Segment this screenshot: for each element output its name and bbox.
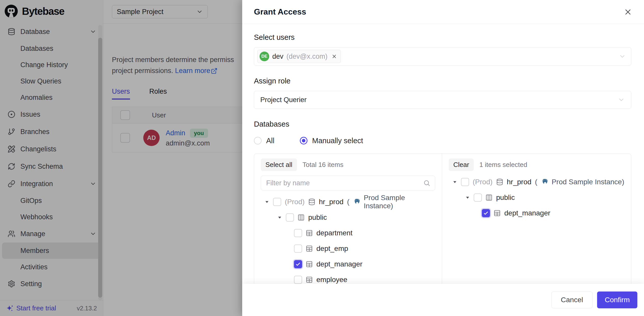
filter-field (261, 176, 435, 190)
caret-down-icon[interactable] (452, 179, 457, 185)
checkmark-icon (295, 261, 301, 267)
clear-button[interactable]: Clear (449, 159, 474, 171)
remove-chip-icon[interactable] (331, 54, 337, 59)
db-name: hr_prod (507, 178, 532, 186)
instance-name: Prod Sample Instance) (364, 194, 435, 210)
user-chip: DE dev (dev@x.com) (257, 50, 341, 63)
schema-name: public (308, 213, 327, 222)
instance-name: Prod Sample Instance) (552, 178, 624, 186)
postgresql-elephant-icon (353, 198, 360, 205)
database-icon (496, 178, 503, 186)
tree-row-table-selected[interactable]: dept_manager (261, 256, 435, 272)
checkmark-icon (483, 210, 489, 216)
radio-circle-selected[interactable] (300, 137, 307, 144)
radio-all[interactable]: All (254, 137, 274, 145)
tree-row-database[interactable]: (Prod) hr_prod ( Prod Sample Instance) (449, 174, 624, 190)
table-icon (306, 276, 313, 283)
radio-label: All (266, 137, 274, 145)
cancel-button[interactable]: Cancel (551, 291, 593, 308)
postgresql-elephant-icon (541, 178, 548, 186)
table-name: employee (316, 276, 347, 284)
checkbox[interactable] (286, 213, 294, 222)
table-icon (306, 245, 313, 252)
chip-email: (dev@x.com) (287, 53, 328, 60)
checkbox[interactable] (273, 198, 281, 206)
table-name: dept_emp (316, 245, 348, 253)
env-tag: (Prod) (285, 198, 305, 206)
radio-circle[interactable] (254, 137, 262, 144)
caret-down-icon[interactable] (465, 195, 470, 200)
database-icon (308, 198, 315, 205)
drawer-header: Grant Access (242, 0, 644, 24)
table-name: dept_manager (316, 260, 363, 268)
checkbox[interactable] (294, 276, 302, 284)
drawer-footer: Cancel Confirm (242, 284, 644, 316)
confirm-button[interactable]: Confirm (597, 291, 637, 308)
users-multiselect[interactable]: DE dev (dev@x.com) (254, 47, 631, 66)
checkbox-checked[interactable] (482, 209, 490, 217)
tree-row-schema[interactable]: public (261, 210, 435, 225)
select-all-button[interactable]: Select all (261, 159, 297, 171)
avatar: DE (260, 52, 269, 61)
grant-access-drawer: Grant Access Select users DE dev (dev@x.… (242, 0, 644, 316)
checkbox[interactable] (474, 193, 482, 202)
close-icon[interactable] (624, 8, 632, 16)
tree-row-table[interactable]: dept_emp (261, 241, 435, 256)
radio-manually-select[interactable]: Manually select (300, 137, 363, 145)
table-icon (306, 261, 313, 268)
tree-row-schema[interactable]: public (449, 190, 624, 205)
transfer-selected-pane: Clear 1 items selected (Prod) hr_prod ( (442, 154, 631, 284)
selected-count-label: 1 items selected (479, 161, 527, 169)
caret-down-icon[interactable] (264, 199, 269, 204)
radio-label: Manually select (312, 137, 363, 145)
instance-paren: ( (347, 198, 349, 206)
select-users-label: Select users (254, 33, 631, 42)
filter-input[interactable] (266, 179, 423, 187)
database-scope-radios: All Manually select (254, 136, 631, 146)
drawer-title: Grant Access (254, 7, 306, 17)
env-tag: (Prod) (473, 178, 493, 186)
search-icon (423, 179, 430, 187)
tree-row-table[interactable]: department (261, 225, 435, 241)
columns-icon (298, 214, 305, 221)
chevron-down-icon (618, 96, 625, 103)
db-name: hr_prod (319, 198, 344, 206)
source-tree: (Prod) hr_prod ( Prod Sample Instance) (261, 194, 435, 284)
tree-row-table-selected[interactable]: dept_manager (449, 205, 624, 221)
chevron-down-icon (619, 53, 626, 60)
transfer-source-pane: Select all Total 16 items (Prod) hr_prod… (254, 154, 442, 284)
assign-role-label: Assign role (254, 77, 631, 85)
selected-tree: (Prod) hr_prod ( Prod Sample Instance) (449, 174, 624, 221)
caret-down-icon[interactable] (277, 215, 282, 220)
table-name: department (316, 229, 353, 237)
drawer-body: Select users DE dev (dev@x.com) Assign r… (242, 24, 644, 284)
checkbox-checked[interactable] (294, 260, 302, 268)
checkbox[interactable] (461, 178, 469, 186)
table-name: dept_manager (504, 209, 550, 217)
chip-name: dev (272, 53, 284, 60)
checkbox[interactable] (294, 245, 302, 253)
role-select-value: Project Querier (260, 96, 307, 104)
table-icon (306, 229, 313, 237)
tree-row-database[interactable]: (Prod) hr_prod ( Prod Sample Instance) (261, 194, 435, 210)
databases-label: Databases (254, 120, 631, 128)
schema-name: public (496, 193, 515, 202)
columns-icon (485, 194, 493, 201)
checkbox[interactable] (294, 229, 302, 237)
tree-row-table[interactable]: employee (261, 272, 435, 284)
total-items-label: Total 16 items (303, 161, 343, 169)
database-transfer-panel: Select all Total 16 items (Prod) hr_prod… (254, 153, 631, 284)
table-icon (494, 210, 501, 217)
role-select[interactable]: Project Querier (254, 91, 631, 109)
instance-paren: ( (535, 178, 537, 186)
